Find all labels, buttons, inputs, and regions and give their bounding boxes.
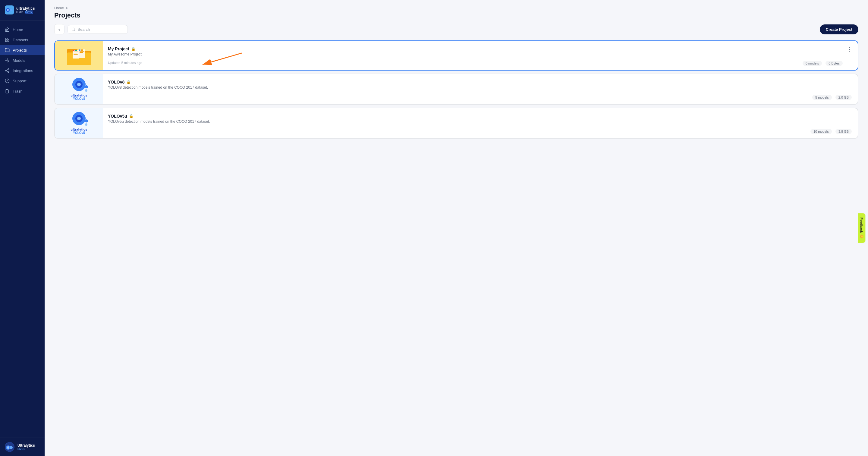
sidebar-item-home[interactable]: Home: [0, 24, 44, 35]
feedback-tab[interactable]: Feedback 😊: [858, 213, 866, 243]
svg-point-8: [7, 60, 8, 61]
integrations-icon: [5, 68, 10, 73]
project-card-yolov8[interactable]: ultralytics YOLOv8 YOLOv8 🔒 YOLOv8 detec…: [54, 74, 858, 105]
sidebar-item-models[interactable]: Models: [0, 55, 44, 65]
svg-point-25: [7, 446, 9, 449]
svg-rect-41: [75, 50, 77, 51]
project-stats-v5: 10 models 3.8 GB: [810, 129, 852, 134]
sidebar-item-datasets[interactable]: Datasets: [0, 35, 44, 45]
create-project-button[interactable]: Create Project: [820, 24, 858, 34]
svg-point-17: [8, 72, 9, 73]
project-stats: 0 models 0 Bytes: [803, 61, 843, 66]
sidebar-label-home: Home: [13, 27, 23, 32]
sidebar-item-trash[interactable]: Trash: [0, 86, 44, 96]
page-title: Projects: [54, 11, 858, 19]
models-icon: [5, 58, 10, 63]
project-name-row: My Project 🔒: [108, 47, 853, 51]
svg-rect-34: [73, 52, 79, 52]
logo-icon: [5, 5, 14, 15]
feedback-label: Feedback: [860, 218, 864, 233]
sidebar-label-models: Models: [13, 58, 25, 63]
project-description-v8: YOLOv8 detection models trained on the C…: [108, 85, 853, 90]
lock-icon-v5: 🔒: [129, 114, 133, 118]
models-count: 0: [806, 61, 807, 65]
sidebar: ultralytics HUB BETA Home: [0, 0, 44, 456]
svg-rect-36: [73, 54, 78, 55]
filter-icon: [57, 27, 62, 32]
trash-icon: [5, 89, 10, 93]
svg-rect-37: [79, 50, 85, 58]
svg-rect-5: [7, 38, 9, 39]
svg-line-18: [7, 71, 8, 72]
more-options-button[interactable]: ⋮: [846, 45, 854, 53]
toolbar: Create Project: [44, 24, 868, 40]
svg-rect-39: [80, 52, 83, 53]
main-content: Home > Projects Create Project: [44, 0, 868, 456]
models-stat: 0 models: [803, 61, 822, 66]
svg-rect-4: [5, 38, 7, 39]
models-stat-v8: 5 models: [812, 95, 832, 100]
project-name: My Project: [108, 47, 129, 51]
support-icon: [5, 78, 10, 83]
project-name-v5: YOLOv5u: [108, 114, 127, 118]
models-stat-v5: 10 models: [810, 129, 832, 134]
svg-rect-40: [73, 50, 74, 51]
avatar-image: [5, 442, 14, 452]
projects-icon: [5, 48, 10, 53]
avatar: [5, 442, 14, 452]
sidebar-item-integrations[interactable]: Integrations: [0, 65, 44, 76]
size-stat-v8: 2.0 GB: [835, 95, 852, 100]
sidebar-label-integrations: Integrations: [13, 68, 33, 73]
sidebar-item-support[interactable]: Support: [0, 76, 44, 86]
project-info-yolov8: YOLOv8 🔒 YOLOv8 detection models trained…: [103, 74, 858, 104]
project-description: My Awesome Project: [108, 52, 853, 56]
sidebar-nav: Home Datasets Projects: [0, 21, 44, 437]
logo-text: ultralytics HUB BETA: [16, 6, 35, 14]
project-name-row-v5: YOLOv5u 🔒: [108, 114, 853, 118]
svg-line-19: [7, 69, 8, 70]
svg-rect-35: [73, 53, 77, 53]
svg-rect-6: [7, 40, 9, 41]
svg-point-15: [8, 68, 9, 70]
project-top-v5: YOLOv5u 🔒 YOLOv5u detection models train…: [108, 114, 853, 124]
svg-rect-38: [80, 51, 84, 52]
user-profile[interactable]: Ultralytics FREE: [0, 437, 44, 456]
filter-button[interactable]: [54, 24, 64, 34]
project-name-row-v8: YOLOv8 🔒: [108, 80, 853, 84]
sidebar-label-datasets: Datasets: [13, 38, 28, 42]
svg-point-29: [72, 28, 74, 30]
search-area: [54, 24, 128, 34]
project-thumb-my-project: [55, 41, 103, 70]
lock-icon-v8: 🔒: [126, 80, 131, 84]
svg-point-3: [7, 9, 9, 11]
datasets-icon: [5, 37, 10, 42]
breadcrumb-separator: >: [66, 6, 68, 10]
project-top-v8: YOLOv8 🔒 YOLOv8 detection models trained…: [108, 80, 853, 90]
project-top: My Project 🔒 My Awesome Project: [108, 47, 853, 56]
svg-line-11: [6, 59, 6, 59]
size-count-v8: 2.0: [838, 95, 843, 99]
sidebar-label-trash: Trash: [13, 89, 23, 93]
models-count-v5: 10: [813, 130, 817, 133]
size-count-v5: 3.8: [838, 130, 843, 133]
user-info: Ultralytics FREE: [18, 443, 35, 451]
app-logo: ultralytics HUB BETA: [0, 0, 44, 21]
project-card-yolov5u[interactable]: ultralytics YOLOv5 YOLOv5u 🔒 YOLOv5u det…: [54, 108, 858, 139]
breadcrumb-home[interactable]: Home: [54, 6, 64, 10]
size-stat-v5: 3.8 GB: [835, 129, 852, 134]
projects-list: My Project 🔒 My Awesome Project Updated …: [44, 40, 868, 148]
project-stats-v8: 5 models 2.0 GB: [812, 95, 852, 100]
sidebar-item-projects[interactable]: Projects: [0, 45, 44, 55]
sidebar-label-support: Support: [13, 79, 27, 83]
size-stat: 0 Bytes: [826, 61, 843, 66]
search-input[interactable]: [78, 27, 124, 32]
svg-point-16: [5, 70, 7, 71]
size-count: 0: [829, 61, 830, 65]
feedback-emoji: 😊: [860, 234, 864, 238]
svg-rect-43: [81, 50, 83, 51]
home-icon: [5, 27, 10, 32]
project-card-my-project[interactable]: My Project 🔒 My Awesome Project Updated …: [54, 40, 858, 70]
search-input-wrap: [67, 25, 128, 34]
sidebar-label-projects: Projects: [13, 48, 27, 53]
folder-illustration: [65, 45, 93, 66]
